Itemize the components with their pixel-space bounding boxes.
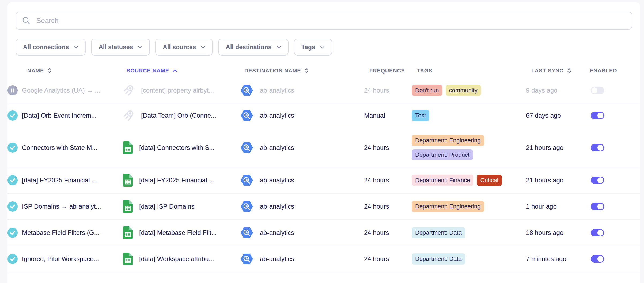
tags-cell: Department: Data (412, 227, 520, 238)
column-header-enabled: ENABLED (590, 68, 640, 74)
column-label: LAST SYNC (531, 68, 564, 74)
filter-tags[interactable]: Tags (294, 39, 332, 56)
tag-chip: Test (412, 110, 429, 121)
toggle-knob (592, 87, 597, 93)
bigquery-destination-icon (241, 175, 253, 186)
chevron-down-icon (201, 46, 205, 49)
table-header: NAMESOURCE NAMEDESTINATION NAMEFREQUENCY… (7, 63, 640, 78)
toggle-knob (597, 256, 603, 262)
filter-label: All connections (23, 44, 69, 51)
google-sheets-icon (123, 226, 133, 239)
frequency-value: Manual (364, 112, 385, 119)
success-status-icon (7, 201, 18, 212)
table-row[interactable]: [data] FY2025 Financial ...[data] FY2025… (7, 167, 640, 194)
search-input[interactable] (36, 16, 626, 25)
bigquery-destination-icon (241, 85, 253, 96)
airbyte-source-icon (123, 110, 135, 121)
bigquery-destination-icon (241, 201, 253, 212)
tag-chip: Department: Product (412, 149, 473, 160)
frequency-value: 24 hours (364, 87, 389, 94)
last-sync-value: 21 hours ago (526, 144, 563, 151)
table-row[interactable]: [Data] Orb Event Increm...[Data Team] Or… (7, 103, 640, 128)
destination-name: ab-analytics (260, 112, 294, 119)
frequency-value: 24 hours (364, 177, 389, 184)
airbyte-source-icon (123, 85, 135, 96)
enabled-toggle[interactable] (591, 87, 604, 94)
tags-cell: Department: Engineering (412, 201, 520, 212)
destination-name: ab-analytics (260, 203, 294, 210)
table-row[interactable]: Connectors with State M...[data] Connect… (7, 128, 640, 167)
source-name: [data] FY2025 Financial ... (139, 177, 214, 184)
last-sync-value: 7 minutes ago (526, 255, 566, 263)
last-sync-value: 21 hours ago (526, 177, 563, 184)
table-row[interactable]: ISP Domains → ab-analyt...[data] ISP Dom… (7, 194, 640, 220)
last-sync-value: 67 days ago (526, 112, 561, 119)
column-header-name[interactable]: NAME (13, 68, 127, 74)
table-body: Google Analytics (UA) → ...[content] pro… (7, 78, 640, 272)
column-label: FREQUENCY (369, 68, 405, 74)
tags-cell: Test (412, 110, 520, 121)
chevron-down-icon (138, 46, 142, 49)
tags-cell: Department: FinanceCritical (412, 175, 520, 186)
toggle-knob (597, 113, 603, 118)
tags-cell: Department: EngineeringDepartment: Produ… (412, 135, 520, 160)
column-header-destination-name[interactable]: DESTINATION NAME (244, 68, 369, 74)
toggle-knob (597, 177, 603, 183)
column-label: NAME (27, 68, 44, 74)
filter-label: All sources (163, 44, 196, 51)
column-label: TAGS (417, 68, 432, 74)
column-header-source-name[interactable]: SOURCE NAME (127, 68, 244, 74)
connection-name: Metabase Field Filters (G... (22, 229, 99, 236)
filter-sources[interactable]: All sources (155, 39, 213, 56)
enabled-toggle[interactable] (591, 177, 604, 184)
frequency-value: 24 hours (364, 229, 389, 236)
filter-statuses[interactable]: All statuses (91, 39, 150, 56)
destination-name: ab-analytics (260, 87, 294, 94)
enabled-toggle[interactable] (591, 203, 604, 210)
destination-name: ab-analytics (260, 229, 294, 236)
column-header-tags: TAGS (417, 68, 531, 74)
source-name: [data] Connectors with S... (139, 144, 214, 151)
paused-status-icon (7, 85, 18, 95)
success-status-icon (7, 110, 18, 121)
destination-name: ab-analytics (260, 144, 294, 151)
toggle-knob (597, 230, 603, 236)
connection-name: Google Analytics (UA) → ... (22, 87, 100, 94)
tag-chip: Department: Engineering (412, 135, 484, 146)
search-bar (16, 12, 632, 30)
destination-name: ab-analytics (260, 255, 294, 263)
source-name: [Data Team] Orb (Conne... (141, 112, 216, 119)
enabled-toggle[interactable] (591, 112, 604, 119)
chevron-down-icon (320, 46, 325, 49)
enabled-toggle[interactable] (591, 229, 604, 236)
bigquery-destination-icon (241, 227, 253, 238)
sort-icon (304, 68, 309, 74)
filter-destinations[interactable]: All destinations (218, 39, 288, 56)
column-header-frequency: FREQUENCY (369, 68, 417, 74)
tag-chip: Department: Data (412, 227, 465, 238)
sort-icon (47, 68, 52, 74)
chevron-down-icon (276, 46, 281, 49)
table-row[interactable]: Ignored, Pilot Workspace...[data] Worksp… (7, 246, 640, 272)
filter-connections[interactable]: All connections (16, 39, 86, 56)
last-sync-value: 18 hours ago (526, 229, 563, 236)
frequency-value: 24 hours (364, 144, 389, 151)
table-row[interactable]: Google Analytics (UA) → ...[content] pro… (7, 78, 640, 103)
enabled-toggle[interactable] (591, 144, 604, 151)
tag-chip: Department: Finance (412, 175, 473, 186)
tag-chip: Department: Engineering (412, 201, 484, 212)
connection-name: Ignored, Pilot Workspace... (22, 255, 99, 263)
column-header-last-sync[interactable]: LAST SYNC (531, 68, 590, 74)
source-name: [data] Workspace attribu... (139, 255, 214, 263)
success-status-icon (7, 254, 18, 264)
table-row[interactable]: Metabase Field Filters (G...[data] Metab… (7, 220, 640, 246)
enabled-toggle[interactable] (591, 255, 604, 263)
column-label: SOURCE NAME (127, 68, 169, 74)
source-name: [content] property airbyt... (141, 87, 214, 94)
column-label: DESTINATION NAME (244, 68, 301, 74)
search-icon (22, 16, 31, 25)
connection-name: [Data] Orb Event Increm... (22, 112, 97, 119)
toggle-knob (597, 145, 603, 151)
connections-card: All connectionsAll statusesAll sourcesAl… (7, 2, 640, 283)
filter-label: All statuses (99, 44, 133, 51)
